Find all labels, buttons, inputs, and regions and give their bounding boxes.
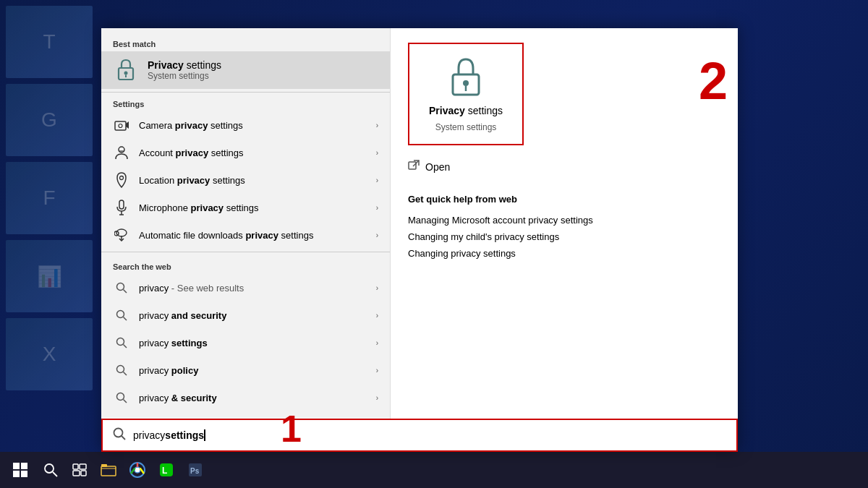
svg-rect-33: [21, 463, 27, 469]
detail-card-row: Privacy settings System settings 2: [408, 43, 720, 145]
taskbar-line[interactable]: L: [153, 457, 179, 483]
svg-line-22: [124, 372, 127, 376]
svg-rect-9: [119, 200, 124, 209]
web-result-privacy-arrow: ›: [376, 284, 378, 292]
location-privacy-item[interactable]: Location privacy settings ›: [101, 166, 390, 194]
svg-rect-3: [115, 121, 126, 130]
help-link-1[interactable]: Managing Microsoft account privacy setti…: [408, 212, 720, 228]
svg-text:Ps: Ps: [190, 467, 200, 475]
account-privacy-text: Account privacy settings: [139, 147, 367, 158]
web-result-and-security-text: privacy and security: [139, 310, 367, 321]
web-result-and-security[interactable]: privacy and security ›: [101, 301, 390, 329]
desktop: T G F 📊 X Best match: [0, 0, 868, 488]
svg-rect-43: [101, 464, 107, 467]
best-match-title: Privacy settings: [148, 59, 221, 71]
svg-rect-42: [101, 466, 116, 476]
help-section: Get quick help from web Managing Microso…: [408, 194, 720, 262]
svg-point-1: [124, 71, 128, 74]
svg-point-5: [119, 124, 122, 128]
desktop-thumb-2: G: [6, 84, 93, 156]
separator-1: [101, 92, 390, 93]
search-panel: Best match Privacy settings: [101, 28, 738, 419]
svg-point-17: [117, 311, 124, 318]
taskbar-chrome[interactable]: [124, 457, 150, 483]
desktop-thumb-4: 📊: [6, 240, 93, 312]
privacy-lock-icon: [113, 57, 139, 83]
separator-2: [101, 252, 390, 252]
search-icon-1: [113, 279, 130, 296]
svg-point-8: [120, 176, 124, 180]
svg-point-36: [45, 464, 54, 473]
search-bar-icon: [113, 427, 126, 443]
microphone-privacy-arrow: ›: [376, 204, 378, 212]
best-match-subtitle: System settings: [148, 71, 221, 81]
svg-point-19: [117, 338, 124, 346]
best-match-label: Best match: [101, 35, 390, 51]
auto-download-privacy-item[interactable]: Automatic file downloads privacy setting…: [101, 221, 390, 249]
settings-label: Settings: [101, 95, 390, 111]
svg-rect-28: [409, 162, 416, 169]
search-icon-2: [113, 307, 130, 324]
svg-rect-38: [73, 464, 78, 469]
svg-rect-34: [13, 471, 20, 477]
web-result-policy-text: privacy policy: [139, 365, 367, 376]
svg-line-24: [124, 400, 127, 403]
taskbar-search-button[interactable]: [38, 457, 64, 483]
help-title: Get quick help from web: [408, 194, 720, 205]
web-result-privacy-text: privacy - See web results: [139, 283, 367, 294]
web-result-policy[interactable]: privacy policy ›: [101, 356, 390, 384]
taskbar-photoshop[interactable]: Ps: [182, 457, 208, 483]
search-icon-5: [113, 389, 130, 406]
auto-download-privacy-arrow: ›: [376, 231, 378, 239]
help-link-3[interactable]: Changing privacy settings: [408, 245, 720, 262]
microphone-privacy-text: Microphone privacy settings: [139, 202, 367, 213]
desktop-thumb-1: T: [6, 6, 93, 78]
account-privacy-arrow: ›: [376, 149, 378, 157]
detail-lock-icon: [444, 56, 488, 99]
svg-rect-40: [73, 471, 80, 476]
search-input[interactable]: privacysettings: [133, 429, 726, 441]
web-result-settings[interactable]: privacy settings ›: [101, 329, 390, 356]
camera-icon: [113, 116, 130, 134]
svg-line-18: [124, 317, 127, 321]
search-icon-3: [113, 334, 130, 351]
taskbar-task-view[interactable]: [67, 457, 93, 483]
annotation-number-1: 1: [281, 410, 302, 448]
web-result-settings-text: privacy settings: [139, 338, 367, 348]
svg-rect-35: [21, 471, 27, 477]
svg-point-45: [135, 467, 140, 473]
desktop-thumb-3: F: [6, 162, 93, 234]
web-result-policy-arrow: ›: [376, 367, 378, 374]
best-match-item[interactable]: Privacy settings System settings: [101, 51, 390, 89]
desktop-thumbnails: T G F 📊 X: [0, 0, 101, 452]
account-icon: [113, 144, 130, 161]
best-match-title-bold: Privacy: [148, 59, 184, 71]
account-privacy-item[interactable]: Account privacy settings ›: [101, 139, 390, 166]
svg-line-20: [124, 345, 127, 348]
svg-point-23: [117, 393, 124, 401]
svg-rect-32: [13, 463, 20, 469]
location-privacy-text: Location privacy settings: [139, 175, 367, 186]
svg-line-31: [122, 436, 125, 440]
web-result-privacy[interactable]: privacy - See web results ›: [101, 274, 390, 301]
help-link-2[interactable]: Changing my child's privacy settings: [408, 228, 720, 245]
detail-app-subtitle: System settings: [435, 122, 497, 132]
camera-privacy-item[interactable]: Camera privacy settings ›: [101, 111, 390, 139]
svg-point-26: [463, 80, 469, 86]
open-button[interactable]: Open: [408, 157, 720, 176]
web-result-amp-security[interactable]: privacy & security ›: [101, 384, 390, 411]
desktop-thumb-5: X: [6, 318, 93, 390]
results-list: Best match Privacy settings: [101, 28, 391, 419]
svg-rect-41: [81, 471, 86, 476]
start-button[interactable]: [6, 455, 35, 484]
search-icon-4: [113, 361, 130, 379]
microphone-privacy-item[interactable]: Microphone privacy settings ›: [101, 194, 390, 221]
location-icon: [113, 171, 130, 189]
search-bar: privacysettings: [101, 419, 738, 452]
web-result-settings-arrow: ›: [376, 339, 378, 347]
svg-point-15: [117, 283, 124, 291]
svg-point-6: [119, 147, 124, 153]
taskbar-file-explorer[interactable]: [95, 457, 122, 483]
detail-panel: Privacy settings System settings 2: [391, 28, 738, 419]
open-icon: [408, 160, 420, 174]
